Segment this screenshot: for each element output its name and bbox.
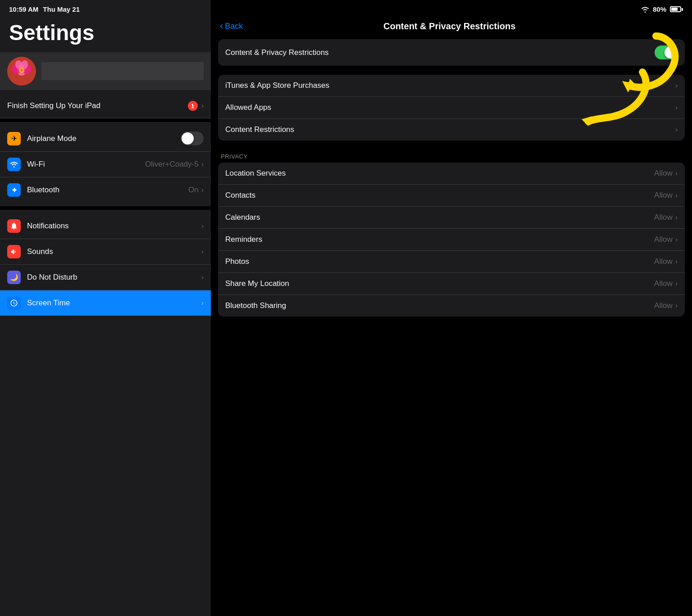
do-not-disturb-chevron-icon: › [201,273,204,281]
contacts-chevron-icon: › [675,191,678,199]
bluetooth-icon: ✦ [7,183,21,197]
screen-time-icon [7,296,21,310]
sidebar-item-wifi[interactable]: Wi-Fi Oliver+Coady-5 › [0,152,211,177]
date: Thu May 21 [43,5,80,13]
location-services-label: Location Services [225,169,654,178]
wifi-value: Oliver+Coady-5 [145,160,199,169]
do-not-disturb-icon: 🌙 [7,271,21,284]
content-restrictions-row[interactable]: Content Restrictions › [218,119,685,140]
wifi-label: Wi-Fi [27,160,145,169]
photos-label: Photos [225,257,654,266]
bluetooth-chevron-icon: › [201,186,204,194]
sounds-chevron-icon: › [201,248,204,256]
share-my-location-row[interactable]: Share My Location Allow › [218,273,685,295]
itunes-chevron-icon: › [675,82,678,90]
notifications-label: Notifications [27,222,201,231]
reminders-value: Allow [654,235,673,244]
wifi-icon [7,158,21,171]
connectivity-group: ✈ Airplane Mode Wi-Fi Oliver+Coady-5 › ✦… [0,126,211,203]
battery-icon [670,6,683,12]
share-my-location-label: Share My Location [225,279,654,288]
allowed-apps-chevron-icon: › [675,104,678,112]
back-button[interactable]: ‹ Back [220,20,243,32]
share-my-location-chevron-icon: › [675,280,678,288]
itunes-row[interactable]: iTunes & App Store Purchases › [218,75,685,97]
profile-section[interactable] [0,52,211,90]
contacts-row[interactable]: Contacts Allow › [218,185,685,207]
sidebar-item-bluetooth[interactable]: ✦ Bluetooth On › [0,177,211,203]
allowed-apps-label: Allowed Apps [225,103,675,112]
screen-time-label: Screen Time [27,299,201,308]
content-area: Content & Privacy Restrictions iTunes & … [211,39,692,616]
reminders-row[interactable]: Reminders Allow › [218,229,685,251]
sidebar-item-notifications[interactable]: Notifications › [0,213,211,239]
status-bar-left: 10:59 AM Thu May 21 [0,0,211,17]
wifi-status-icon [641,6,649,13]
bluetooth-sharing-chevron-icon: › [675,302,678,310]
time: 10:59 AM [9,5,38,13]
contacts-label: Contacts [225,191,654,200]
menu-card: iTunes & App Store Purchases › Allowed A… [218,75,685,140]
setup-row[interactable]: Finish Setting Up Your iPad 1 › [0,94,211,118]
status-bar-right: 80% [211,0,692,17]
battery-percent: 80% [653,5,666,13]
system-group: Notifications › Sounds › 🌙 Do Not Distur… [0,213,211,316]
right-panel-inner: 80% ‹ Back Content & Privacy Restriction… [211,0,692,616]
sidebar-item-screen-time[interactable]: Screen Time › [0,290,211,316]
airplane-mode-label: Airplane Mode [27,134,181,143]
photos-row[interactable]: Photos Allow › [218,251,685,273]
setup-label: Finish Setting Up Your iPad [7,101,188,110]
bluetooth-sharing-label: Bluetooth Sharing [225,301,654,310]
notifications-icon [7,219,21,233]
content-privacy-toggle-row[interactable]: Content & Privacy Restrictions [218,39,685,66]
back-chevron-icon: ‹ [220,20,223,32]
calendars-chevron-icon: › [675,213,678,222]
svg-point-7 [20,69,23,72]
sidebar-item-airplane-mode[interactable]: ✈ Airplane Mode [0,126,211,152]
do-not-disturb-label: Do Not Disturb [27,273,201,282]
content-privacy-toggle[interactable] [655,45,678,59]
profile-name-placeholder [41,62,204,80]
avatar [7,57,36,86]
privacy-section-label: PRIVACY [218,149,685,163]
page-title-right: Content & Privacy Restrictions [243,21,656,32]
privacy-card: Location Services Allow › Contacts Allow… [218,163,685,317]
sounds-label: Sounds [27,247,201,256]
screen-time-chevron-icon: › [201,299,204,307]
toggle-label: Content & Privacy Restrictions [225,48,655,57]
airplane-mode-icon: ✈ [7,132,21,145]
share-my-location-value: Allow [654,279,673,288]
location-services-chevron-icon: › [675,169,678,177]
bluetooth-sharing-row[interactable]: Bluetooth Sharing Allow › [218,295,685,317]
location-services-value: Allow [654,169,673,178]
left-panel: 10:59 AM Thu May 21 Settings Finish Sett… [0,0,211,616]
photos-chevron-icon: › [675,258,678,266]
wifi-chevron-icon: › [201,160,204,168]
photos-value: Allow [654,257,673,266]
content-restrictions-label: Content Restrictions [225,125,675,134]
contacts-value: Allow [654,191,673,200]
calendars-label: Calendars [225,213,654,222]
svg-point-11 [644,11,646,13]
nav-header: ‹ Back Content & Privacy Restrictions [211,17,692,39]
itunes-label: iTunes & App Store Purchases [225,81,675,90]
calendars-value: Allow [654,213,673,222]
back-label: Back [225,22,243,31]
setup-badge: 1 [188,101,198,111]
sounds-icon [7,245,21,258]
setup-chevron-icon: › [201,102,204,110]
right-panel: 80% ‹ Back Content & Privacy Restriction… [211,0,692,616]
sidebar-item-sounds[interactable]: Sounds › [0,239,211,265]
reminders-label: Reminders [225,235,654,244]
page-title-left: Settings [0,17,211,52]
bluetooth-value: On [188,186,199,195]
content-restrictions-chevron-icon: › [675,126,678,134]
bluetooth-label: Bluetooth [27,186,188,195]
bluetooth-sharing-value: Allow [654,301,673,310]
location-services-row[interactable]: Location Services Allow › [218,163,685,185]
reminders-chevron-icon: › [675,236,678,244]
allowed-apps-row[interactable]: Allowed Apps › [218,97,685,119]
sidebar-item-do-not-disturb[interactable]: 🌙 Do Not Disturb › [0,265,211,290]
airplane-mode-toggle[interactable] [181,131,204,145]
calendars-row[interactable]: Calendars Allow › [218,207,685,229]
